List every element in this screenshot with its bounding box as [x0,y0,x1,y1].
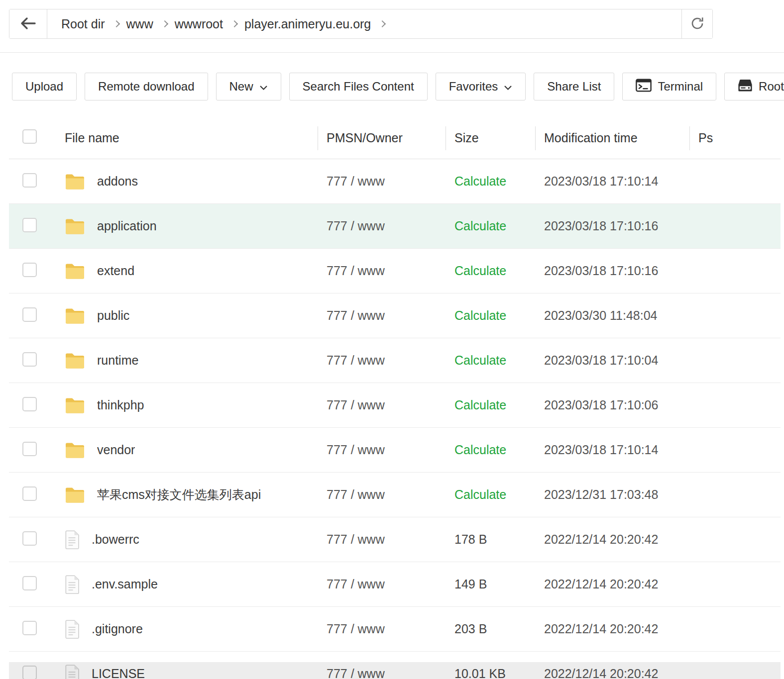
button-label: Root dir (1 [759,80,784,94]
file-manager-window: Root dir www wwwroot player.animeryu.eu.… [0,0,784,679]
share-list-button[interactable]: Share List [534,73,614,100]
file-name[interactable]: .gitignore [92,622,143,636]
breadcrumb-item-www[interactable]: www [126,17,153,31]
row-checkbox[interactable] [22,173,37,188]
button-label: Search Files Content [303,80,414,94]
file-name[interactable]: .env.sample [92,577,158,591]
file-row[interactable]: thinkphp 777 / www Calculate 2023/03/18 … [9,383,781,428]
favorites-button[interactable]: Favorites [436,73,526,100]
row-checkbox[interactable] [22,263,37,277]
column-header-ps: Ps [689,131,781,145]
row-checkbox[interactable] [22,486,37,501]
arrow-left-icon [20,17,36,31]
row-checkbox[interactable] [22,397,37,411]
file-row[interactable]: 苹果cms对接文件选集列表api 777 / www Calculate 202… [9,473,781,517]
file-name[interactable]: thinkphp [97,398,144,412]
file-row[interactable]: public 777 / www Calculate 2023/03/30 11… [9,293,781,338]
file-row[interactable]: extend 777 / www Calculate 2023/03/18 17… [9,249,781,293]
file-name[interactable]: .bowerrc [92,532,139,547]
folder-icon [65,307,85,324]
column-header-owner: PMSN/Owner [318,131,446,145]
upload-button[interactable]: Upload [12,73,77,100]
breadcrumb: Root dir www wwwroot player.animeryu.eu.… [47,9,681,38]
row-checkbox[interactable] [22,666,37,679]
file-name-cell: .bowerrc [56,530,318,549]
breadcrumb-item-root[interactable]: Root dir [61,17,105,31]
folder-icon [65,262,85,280]
calculate-size-link[interactable]: Calculate [454,443,506,457]
refresh-button[interactable] [681,9,712,38]
row-checkbox[interactable] [22,531,37,546]
file-name[interactable]: vendor [97,443,135,457]
terminal-button[interactable]: Terminal [622,73,716,100]
file-row[interactable]: .env.sample 777 / www 149 B 2022/12/14 2… [9,562,781,607]
row-checkbox-cell [9,442,56,458]
table-header: File name PMSN/Owner Size Modification t… [9,117,781,159]
file-name[interactable]: application [97,219,157,233]
file-size-cell: Calculate [446,264,535,278]
file-modification-time: 2023/03/18 17:10:16 [535,264,689,278]
file-row[interactable]: .bowerrc 777 / www 178 B 2022/12/14 20:2… [9,517,781,562]
calculate-size-link[interactable]: Calculate [454,308,506,322]
file-modification-time: 2023/03/18 17:10:16 [535,219,689,233]
calculate-size-link[interactable]: Calculate [454,487,506,501]
path-bar: Root dir www wwwroot player.animeryu.eu.… [9,9,713,39]
file-size: 149 B [454,577,487,591]
file-size-cell: Calculate [446,174,535,189]
calculate-size-link[interactable]: Calculate [454,174,506,188]
calculate-size-link[interactable]: Calculate [454,353,506,367]
file-name[interactable]: runtime [97,353,138,368]
row-checkbox[interactable] [22,307,37,322]
file-size-cell: 203 B [446,622,535,636]
new-button[interactable]: New [216,73,281,100]
file-name-cell: .gitignore [56,620,318,639]
row-checkbox-cell [9,576,56,592]
calculate-size-link[interactable]: Calculate [454,264,506,278]
chevron-right-icon [379,20,386,27]
file-owner: 777 / www [318,353,446,368]
button-label: Remote download [98,80,194,94]
file-row[interactable]: addons 777 / www Calculate 2023/03/18 17… [9,159,781,204]
file-modification-time: 2023/03/18 17:10:14 [535,443,689,457]
row-checkbox[interactable] [22,218,37,232]
file-row[interactable]: LICENSE 777 / www 10.01 KB 2022/12/14 20… [9,652,781,679]
file-name[interactable]: 苹果cms对接文件选集列表api [97,486,261,503]
file-owner: 777 / www [318,487,446,502]
file-owner: 777 / www [318,308,446,323]
select-all-checkbox[interactable] [22,129,37,144]
row-checkbox[interactable] [22,442,37,456]
file-table: File name PMSN/Owner Size Modification t… [9,117,781,679]
calculate-size-link[interactable]: Calculate [454,398,506,412]
chevron-right-icon [231,20,238,27]
file-name[interactable]: public [97,308,129,323]
file-name[interactable]: addons [97,174,138,189]
disk-icon [738,79,753,95]
file-size: 178 B [454,532,487,546]
chevron-down-icon [259,80,268,94]
row-checkbox[interactable] [22,352,37,367]
file-owner: 777 / www [318,532,446,547]
file-modification-time: 2022/12/14 20:20:42 [535,622,689,636]
chevron-right-icon [161,20,168,27]
calculate-size-link[interactable]: Calculate [454,219,506,233]
breadcrumb-item-wwwroot[interactable]: wwwroot [175,17,223,31]
file-name[interactable]: extend [97,264,134,278]
file-owner: 777 / www [318,667,446,679]
file-row[interactable]: application 777 / www Calculate 2023/03/… [9,204,781,249]
file-name[interactable]: LICENSE [92,667,145,679]
file-row[interactable]: vendor 777 / www Calculate 2023/03/18 17… [9,428,781,473]
file-size-cell: Calculate [446,443,535,457]
row-checkbox[interactable] [22,621,37,635]
folder-icon [65,173,85,190]
breadcrumb-item-site[interactable]: player.animeryu.eu.org [244,17,371,31]
root-dir-button[interactable]: Root dir (1 [724,73,784,100]
button-label: Upload [25,80,63,94]
row-checkbox-cell [9,263,56,279]
file-row[interactable]: runtime 777 / www Calculate 2023/03/18 1… [9,338,781,383]
file-row[interactable]: .gitignore 777 / www 203 B 2022/12/14 20… [9,607,781,652]
row-checkbox[interactable] [22,576,37,590]
file-name-cell: addons [56,173,318,190]
remote-download-button[interactable]: Remote download [85,73,208,100]
back-button[interactable] [9,9,47,38]
search-files-content-button[interactable]: Search Files Content [289,73,428,100]
